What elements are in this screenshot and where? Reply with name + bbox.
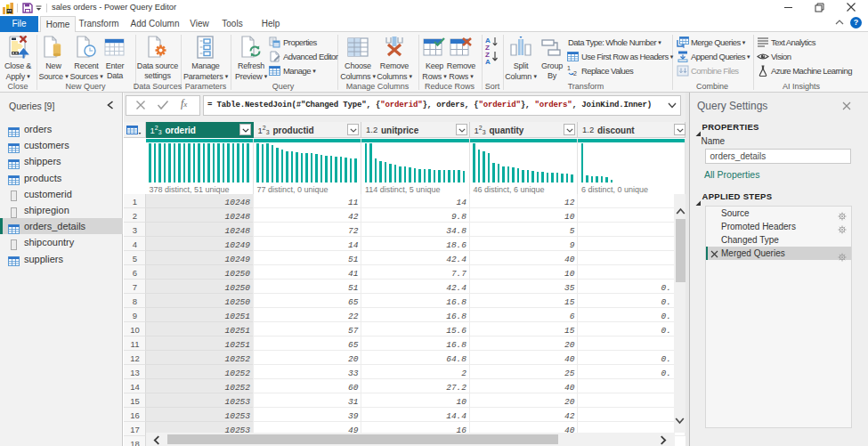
svg-text:A: A: [485, 58, 491, 66]
svg-text:1: 1: [567, 65, 571, 71]
svg-text:2: 2: [573, 70, 577, 77]
